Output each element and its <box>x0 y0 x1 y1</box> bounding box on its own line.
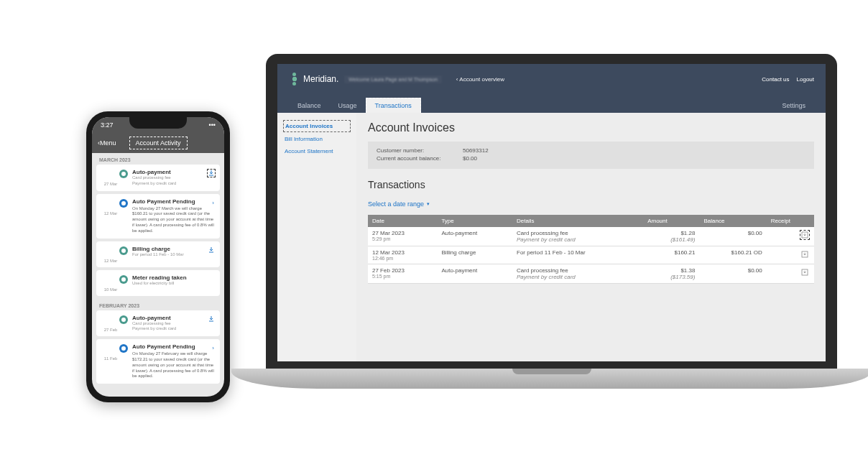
activity-subtext: Payment by credit card <box>132 326 214 332</box>
cell-amount: $160.21 <box>643 246 699 264</box>
activity-card: 12 MarBilling chargeFor period 11 Feb - … <box>96 241 220 267</box>
download-icon[interactable] <box>207 315 216 323</box>
table-header: Receipt <box>767 215 814 227</box>
balance-label: Current account balance: <box>377 155 463 162</box>
sidebar-item-account-invoices[interactable]: Account Invoices <box>283 120 351 132</box>
tab-settings[interactable]: Settings <box>773 98 814 113</box>
cell-amount: $1.28($161.49) <box>643 227 699 246</box>
account-info-box: Customer number: 50693312 Current accoun… <box>368 142 814 169</box>
table-header: Type <box>437 215 512 227</box>
activity-date: 10 Mar <box>102 274 119 292</box>
main-content: Account Invoices Customer number: 506933… <box>356 113 826 361</box>
back-menu-button[interactable]: ‹ Menu <box>98 139 116 147</box>
cell-receipt <box>767 264 814 284</box>
activity-title: Auto-payment <box>132 169 214 175</box>
activity-date: 27 Feb <box>102 315 119 333</box>
receipt-download-icon[interactable] <box>800 267 810 277</box>
table-row: 27 Feb 20235:15 pmAuto-paymentCard proce… <box>368 264 814 284</box>
signal-icon: ••• <box>209 121 216 129</box>
phone-time: 3:27 <box>101 121 114 129</box>
header: Meridian. Welcome Laura Page and M Thomp… <box>277 64 826 94</box>
header-right: Contact us Logout <box>762 76 814 83</box>
table-header: Details <box>512 215 643 227</box>
activity-date: 27 Mar <box>102 169 119 187</box>
download-icon[interactable] <box>207 169 216 177</box>
chevron-right-icon: › <box>212 200 214 206</box>
tab-balance[interactable]: Balance <box>289 98 330 113</box>
activity-subtext: Card processing fee <box>132 175 214 181</box>
cell-receipt <box>767 227 814 246</box>
sidebar-item-account-statement[interactable]: Account Statement <box>283 146 351 157</box>
receipt-download-icon[interactable] <box>800 249 810 259</box>
transactions-table: DateTypeDetailsAmountBalanceReceipt 27 M… <box>368 215 814 284</box>
cell-type: Auto-payment <box>437 227 512 246</box>
cell-date: 12 Mar 202312:46 pm <box>368 246 437 264</box>
date-range-selector[interactable]: Select a date range ▾ <box>368 200 814 208</box>
phone-content: MARCH 202327 MarAuto-paymentCard process… <box>92 153 224 387</box>
date-range-label: Select a date range <box>368 200 424 208</box>
activity-subtext: Used for electricity bill <box>132 281 214 287</box>
laptop-frame: Meridian. Welcome Laura Page and M Thomp… <box>266 54 837 369</box>
brand-logo[interactable]: Meridian. <box>289 73 338 85</box>
cell-type: Billing charge <box>437 246 512 264</box>
transactions-heading: Transactions <box>368 179 814 190</box>
cell-balance: $0.00 <box>699 227 766 246</box>
cell-details: Card processing feePayment by credit car… <box>512 264 643 284</box>
activity-card[interactable]: 12 MarAuto Payment PendingOn Monday 27 M… <box>96 194 220 239</box>
activity-title: Auto Payment Pending <box>132 198 214 205</box>
cell-details: For period 11 Feb - 10 Mar <box>512 246 643 264</box>
balance-value: $0.00 <box>463 155 477 162</box>
menu-label: Menu <box>100 139 116 147</box>
page-body: Account InvoicesBill InformationAccount … <box>277 113 826 361</box>
activity-subtext: For period 11 Feb - 10 Mar <box>132 252 214 258</box>
person-icon <box>119 315 128 324</box>
activity-detail: On Monday 27 March we will charge $160.2… <box>132 206 214 234</box>
sidebar-item-bill-information[interactable]: Bill Information <box>283 134 351 144</box>
activity-subtext: Payment by credit card <box>132 181 214 187</box>
receipt-download-icon[interactable] <box>800 230 810 240</box>
table-header: Amount <box>643 215 699 227</box>
person-icon <box>119 170 128 178</box>
laptop-base <box>231 369 868 389</box>
activity-title: Auto Payment Pending <box>132 343 214 350</box>
cell-receipt <box>767 246 814 264</box>
activity-card: 10 MarMeter reading takenUsed for electr… <box>96 270 220 296</box>
phone-mockup: 3:27 ••• ‹ Menu Account Activity MARCH 2… <box>86 111 230 402</box>
table-header-row: DateTypeDetailsAmountBalanceReceipt <box>368 215 814 227</box>
page-title: Account Invoices <box>368 121 814 134</box>
tab-transactions[interactable]: Transactions <box>366 98 421 113</box>
phone-screen: 3:27 ••• ‹ Menu Account Activity MARCH 2… <box>92 117 224 397</box>
contact-us-link[interactable]: Contact us <box>762 76 789 83</box>
activity-title: Auto-payment <box>132 315 214 321</box>
activity-card[interactable]: 11 FebAuto Payment PendingOn Monday 27 F… <box>96 339 220 384</box>
phone-notch <box>129 117 187 129</box>
activity-title: Meter reading taken <box>132 274 214 281</box>
table-row: 27 Mar 20235:29 pmAuto-paymentCard proce… <box>368 227 814 246</box>
cell-type: Auto-payment <box>437 264 512 284</box>
clock-icon <box>119 344 128 353</box>
cell-date: 27 Feb 20235:15 pm <box>368 264 437 284</box>
download-icon[interactable] <box>207 246 216 254</box>
customer-number-label: Customer number: <box>377 147 463 154</box>
cell-balance: $0.00 <box>699 264 766 284</box>
phone-page-title: Account Activity <box>129 137 188 149</box>
account-overview-link[interactable]: ‹ Account overview <box>456 76 504 83</box>
phone-section-label: MARCH 2023 <box>96 153 220 165</box>
sidebar: Account InvoicesBill InformationAccount … <box>277 113 356 361</box>
activity-card: 27 MarAuto-paymentCard processing feePay… <box>96 165 220 191</box>
laptop-screen: Meridian. Welcome Laura Page and M Thomp… <box>277 64 826 361</box>
activity-detail: On Monday 27 February we will charge $17… <box>132 351 214 379</box>
cell-date: 27 Mar 20235:29 pm <box>368 227 437 246</box>
table-row: 12 Mar 202312:46 pmBilling chargeFor per… <box>368 246 814 264</box>
person-icon <box>119 275 128 284</box>
logout-link[interactable]: Logout <box>797 76 814 83</box>
table-header: Date <box>368 215 437 227</box>
phone-section-label: FEBRUARY 2023 <box>96 299 220 310</box>
activity-title: Billing charge <box>132 246 214 252</box>
tab-usage[interactable]: Usage <box>330 98 366 113</box>
activity-card: 27 FebAuto-paymentCard processing feePay… <box>96 310 220 337</box>
activity-date: 11 Feb <box>102 343 119 379</box>
laptop-mockup: Meridian. Welcome Laura Page and M Thomp… <box>266 54 837 389</box>
table-header: Balance <box>699 215 766 227</box>
phone-nav: ‹ Menu Account Activity <box>92 133 224 153</box>
